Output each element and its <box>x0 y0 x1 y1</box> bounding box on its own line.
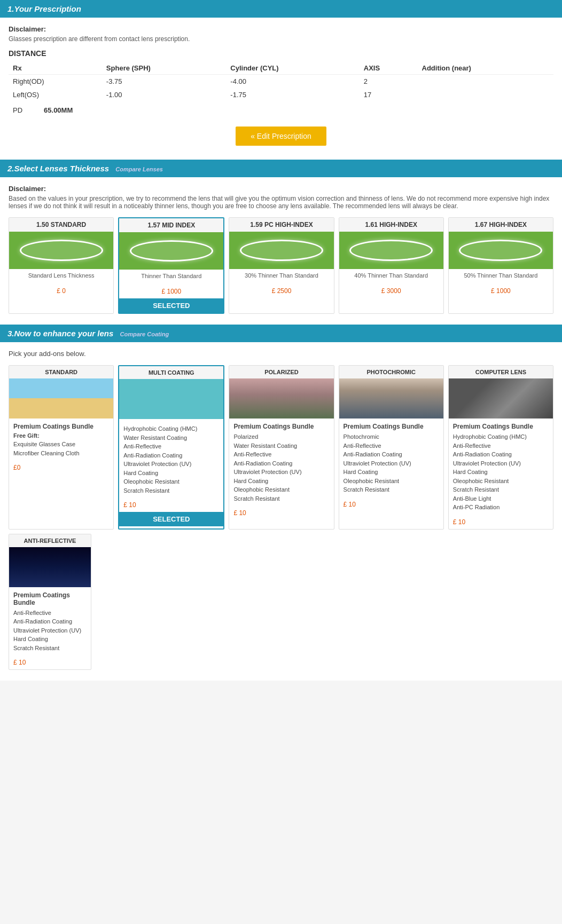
feature-item: Anti-Radiation Coating <box>453 450 549 459</box>
table-cell: Right(OD) <box>9 75 102 89</box>
coating-card[interactable]: ANTI-REFLECTIVE Premium Coatings BundleA… <box>9 534 91 670</box>
pd-value: 65.00MM <box>44 106 73 114</box>
feature-list: Anti-ReflectiveAnti-Radiation CoatingUlt… <box>13 609 87 653</box>
section2-header: 2.Select Lenses Thickness Compare Lenses <box>0 160 562 177</box>
disclaimer-label-2: Disclaimer: <box>9 185 553 193</box>
table-cell: 2 <box>360 75 418 89</box>
pd-row: PD 65.00MM <box>9 104 553 117</box>
feature-list: Hydrophobic Coating (HMC)Water Resistant… <box>123 424 219 495</box>
coating-card-image <box>9 547 91 587</box>
lens-card-image <box>339 232 443 269</box>
lens-card-image <box>9 232 113 269</box>
rx-table-header-row: Rx Sphere (SPH) Cylinder (CYL) AXIS Addi… <box>9 62 553 75</box>
table-cell: 17 <box>360 88 418 101</box>
edit-prescription-button[interactable]: « Edit Prescription <box>236 127 326 146</box>
feature-item: Water Resistant Coating <box>233 441 329 451</box>
lens-card-title: 1.57 MID INDEX <box>119 218 223 232</box>
table-cell: -1.75 <box>226 88 359 101</box>
disclaimer-text-1: Glasses prescription are different from … <box>9 35 553 43</box>
feature-item: Hydrophobic Coating (HMC) <box>453 432 549 441</box>
feature-item: Photochromic <box>344 432 439 441</box>
lens-card-price: £ 3000 <box>339 286 443 298</box>
lens-card-price: £ 1000 <box>119 287 223 298</box>
feature-item: Ultraviolet Protection (UV) <box>13 626 87 635</box>
feature-item: Hydrophobic Coating (HMC) <box>123 424 219 433</box>
table-cell <box>418 75 554 89</box>
selected-bar: SELECTED <box>119 298 223 313</box>
section2-disclaimer-text: Based on the values in your prescription… <box>9 195 553 210</box>
coating-card-price: £ 10 <box>9 656 91 669</box>
coating-card-title: ANTI-REFLECTIVE <box>9 534 91 547</box>
feature-item: Scratch Resistant <box>13 644 87 653</box>
feature-item: Anti-Blue Light <box>453 494 549 503</box>
coating-card-price: £ 10 <box>339 497 443 511</box>
coating-card[interactable]: MULTI COATING Hydrophobic Coating (HMC)W… <box>118 365 224 530</box>
lens-card-price: £ 2500 <box>229 286 333 298</box>
lens-card-desc: 50% Thinner Than Standard <box>449 269 553 286</box>
feature-item: Scratch Resistant <box>453 485 549 494</box>
coating-card[interactable]: COMPUTER LENS Premium Coatings BundleHyd… <box>448 365 553 530</box>
section2: 2.Select Lenses Thickness Compare Lenses… <box>0 160 562 325</box>
feature-item: Oleophobic Resistant <box>233 485 329 494</box>
free-gift-label: Free Gift: <box>13 432 109 439</box>
table-cell: -3.75 <box>102 75 226 89</box>
section2-compare-link[interactable]: Compare Lenses <box>115 166 163 172</box>
lens-card-title: 1.61 HIGH-INDEX <box>339 218 443 232</box>
coating-card-content: Premium Coatings BundlePhotochromicAnti-… <box>339 418 443 497</box>
coating-cards-row1: STANDARD Premium Coatings BundleFree Gif… <box>9 365 553 530</box>
bundle-title: Premium Coatings Bundle <box>13 591 87 606</box>
feature-item: Hard Coating <box>13 635 87 644</box>
section1: 1.Your Prescription Disclaimer: Glasses … <box>0 0 562 160</box>
coating-card-content: Premium Coatings BundlePolarizedWater Re… <box>229 418 333 506</box>
lens-card-desc: Thinner Than Standard <box>119 270 223 287</box>
section3-title: 3.Now to enhance your lens <box>7 329 113 338</box>
coating-card-price: £0 <box>9 461 113 475</box>
table-row: Right(OD)-3.75-4.002 <box>9 75 553 89</box>
lens-oval-icon <box>130 240 213 262</box>
feature-item: Oleophobic Resistant <box>344 477 439 486</box>
feature-item: Anti-Radiation Coating <box>123 451 219 460</box>
feature-list: PhotochromicAnti-ReflectiveAnti-Radiatio… <box>344 432 439 494</box>
lens-card[interactable]: 1.61 HIGH-INDEX 40% Thinner Than Standar… <box>339 217 444 314</box>
lens-card-title: 1.59 PC HIGH-INDEX <box>229 218 333 232</box>
coating-card[interactable]: POLARIZED Premium Coatings BundlePolariz… <box>229 365 334 530</box>
feature-item: Oleophobic Resistant <box>123 477 219 486</box>
lens-card-image <box>119 232 223 270</box>
section1-header: 1.Your Prescription <box>0 0 562 18</box>
col-sph: Sphere (SPH) <box>102 62 226 75</box>
lens-card[interactable]: 1.50 STANDARD Standard Lens Thickness £ … <box>9 217 114 314</box>
coating-card-title: STANDARD <box>9 366 113 378</box>
coating-card-image <box>9 378 113 418</box>
feature-item: Microfiber Cleaning Cloth <box>13 449 109 458</box>
lens-card[interactable]: 1.59 PC HIGH-INDEX 30% Thinner Than Stan… <box>229 217 334 314</box>
feature-item: Ultraviolet Protection (UV) <box>233 468 329 477</box>
feature-list: Exquisite Glasses CaseMicrofiber Cleanin… <box>13 440 109 457</box>
lens-card-desc: 30% Thinner Than Standard <box>229 269 333 286</box>
lens-card-image <box>229 232 333 269</box>
coating-card-image <box>119 379 223 419</box>
lens-card[interactable]: 1.57 MID INDEX Thinner Than Standard £ 1… <box>118 217 224 314</box>
section3-compare-link[interactable]: Compare Coating <box>120 331 169 337</box>
lens-card-price: £ 0 <box>9 286 113 298</box>
lens-card[interactable]: 1.67 HIGH-INDEX 50% Thinner Than Standar… <box>448 217 553 314</box>
coating-card-price: £ 10 <box>449 515 553 529</box>
table-cell: -4.00 <box>226 75 359 89</box>
table-row: Left(OS)-1.00-1.7517 <box>9 88 553 101</box>
coating-cards-row2: ANTI-REFLECTIVE Premium Coatings BundleA… <box>9 534 553 670</box>
coating-card-title: MULTI COATING <box>119 366 223 379</box>
bundle-title: Premium Coatings Bundle <box>233 423 329 430</box>
coating-card-content: Premium Coatings BundleFree Gift:Exquisi… <box>9 418 113 461</box>
lens-card-title: 1.67 HIGH-INDEX <box>449 218 553 232</box>
feature-item: Scratch Resistant <box>344 485 439 494</box>
lens-oval-icon <box>349 240 433 261</box>
table-cell: Left(OS) <box>9 88 102 101</box>
coating-card[interactable]: PHOTOCHROMIC Premium Coatings BundlePhot… <box>339 365 444 530</box>
feature-item: Anti-Reflective <box>344 441 439 451</box>
feature-item: Anti-PC Radiation <box>453 503 549 512</box>
coating-card-image <box>449 378 553 418</box>
feature-item: Hard Coating <box>123 469 219 478</box>
feature-list: Hydrophobic Coating (HMC)Anti-Reflective… <box>453 432 549 512</box>
feature-item: Exquisite Glasses Case <box>13 440 109 449</box>
coating-card[interactable]: STANDARD Premium Coatings BundleFree Gif… <box>9 365 114 530</box>
feature-item: Anti-Reflective <box>453 441 549 451</box>
